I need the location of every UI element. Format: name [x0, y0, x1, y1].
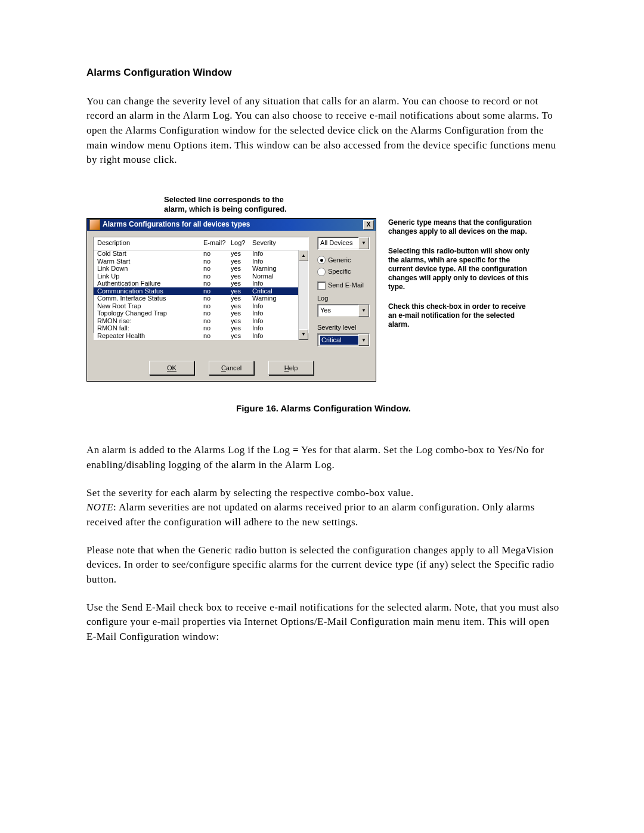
figure-caption: Figure 16. Alarms Configuration Window. — [86, 402, 561, 414]
list-headers: Description E-mail? Log? Severity — [94, 237, 308, 250]
callout-specific: Selecting this radio-button will show on… — [388, 247, 535, 292]
log-label: Log — [317, 294, 370, 303]
cancel-label: Cancel — [221, 364, 242, 373]
chevron-down-icon: ▼ — [358, 237, 369, 249]
device-scope-value: All Devices — [320, 239, 358, 247]
para-sendemail: Use the Send E-Mail check box to receive… — [86, 600, 561, 645]
note-prefix: NOTE — [86, 501, 113, 513]
severity-select[interactable]: Critical ▼ — [317, 333, 370, 346]
check-send-email-label: Send E-Mail — [328, 281, 364, 290]
check-send-email[interactable]: Send E-Mail — [317, 281, 370, 290]
log-select-value: Yes — [320, 306, 358, 315]
window-title: Alarms Configurations for all devices ty… — [103, 219, 363, 230]
chevron-down-icon: ▼ — [358, 305, 369, 317]
right-panel: All Devices ▼ Generic Specific — [317, 237, 370, 353]
para-severity: Set the severity for each alarm by selec… — [86, 486, 561, 530]
annotation-column: Generic type means that the configuratio… — [388, 218, 535, 340]
cell-severity: Info — [252, 332, 296, 340]
radio-icon — [317, 256, 326, 264]
table-row[interactable]: Repeater HealthnoyesInfo — [94, 332, 298, 340]
titlebar: Alarms Configurations for all devices ty… — [87, 219, 376, 231]
para-severity-line1: Set the severity for each alarm by selec… — [86, 487, 414, 498]
scroll-track[interactable] — [299, 261, 308, 329]
page-title: Alarms Configuration Window — [86, 66, 561, 80]
para-generic: Please note that when the Generic radio … — [86, 543, 561, 587]
severity-select-value: Critical — [320, 336, 358, 345]
cell-email: no — [203, 332, 231, 340]
device-scope-select[interactable]: All Devices ▼ — [317, 237, 370, 250]
cell-log: yes — [231, 332, 252, 340]
col-severity: Severity — [252, 239, 306, 247]
ok-button[interactable]: OK — [149, 361, 194, 375]
help-label: Help — [284, 364, 298, 373]
scroll-up-button[interactable]: ▲ — [299, 250, 308, 261]
para-log: An alarm is added to the Alarms Log if t… — [86, 443, 561, 472]
log-select[interactable]: Yes ▼ — [317, 304, 370, 317]
note-rest: : Alarm severities are not updated on al… — [86, 501, 535, 528]
help-button[interactable]: Help — [268, 361, 314, 375]
radio-specific-label: Specific — [328, 267, 351, 276]
col-email: E-mail? — [203, 239, 231, 247]
radio-specific[interactable]: Specific — [317, 267, 370, 276]
scroll-down-button[interactable]: ▼ — [299, 329, 308, 340]
cell-description: Repeater Health — [97, 332, 203, 340]
alarms-config-window: Alarms Configurations for all devices ty… — [86, 218, 376, 382]
app-icon — [89, 219, 100, 230]
chevron-down-icon: ▼ — [358, 334, 369, 346]
cancel-button[interactable]: Cancel — [209, 361, 254, 375]
close-button[interactable]: X — [363, 220, 374, 230]
callout-selected-line: Selected line corresponds to the alarm, … — [164, 195, 561, 215]
radio-generic[interactable]: Generic — [317, 256, 370, 265]
ok-label: OK — [167, 364, 177, 373]
callout-send-email: Check this check-box in order to receive… — [388, 302, 535, 329]
figure-block: Selected line corresponds to the alarm, … — [86, 195, 561, 414]
radio-icon — [317, 268, 326, 276]
severity-label: Severity level — [317, 323, 370, 332]
intro-paragraph: You can change the severity level of any… — [86, 94, 561, 168]
checkbox-icon — [317, 281, 326, 290]
alarms-listbox[interactable]: Description E-mail? Log? Severity Cold S… — [93, 237, 309, 333]
col-log: Log? — [231, 239, 252, 247]
scrollbar[interactable]: ▲ ▼ — [298, 250, 308, 340]
callout-generic: Generic type means that the configuratio… — [388, 218, 535, 236]
close-icon: X — [367, 221, 371, 229]
col-description: Description — [97, 239, 203, 247]
radio-generic-label: Generic — [328, 256, 351, 265]
